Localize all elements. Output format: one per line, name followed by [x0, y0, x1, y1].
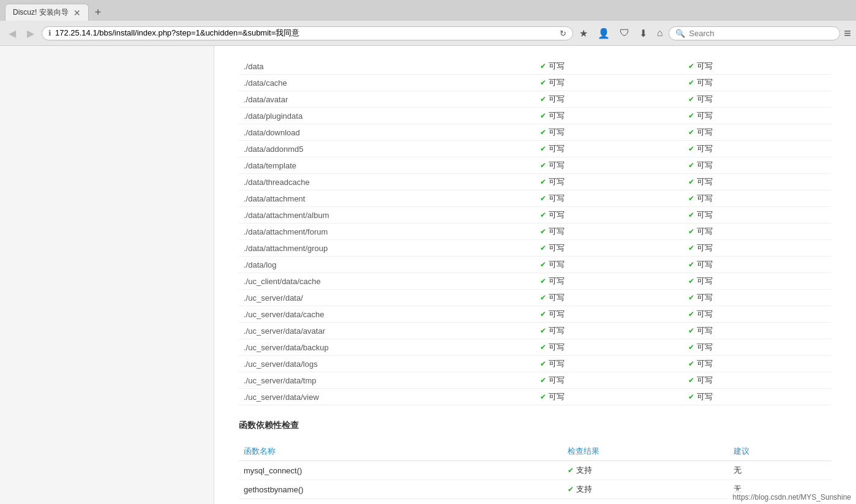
file-check-row: ./uc_server/data/ ✔可写 ✔可写 — [239, 290, 832, 306]
shield-icon[interactable]: 🛡 — [617, 25, 632, 41]
forward-button[interactable]: ▶ — [23, 25, 38, 42]
file-check-row: ./uc_server/data/view ✔可写 ✔可写 — [239, 389, 832, 405]
check-icon: ✔ — [688, 194, 694, 203]
check-icon: ✔ — [540, 227, 546, 236]
tab-close-button[interactable]: ✕ — [73, 9, 81, 17]
check-icon: ✔ — [540, 178, 546, 186]
file-check-row: ./data/attachment ✔可写 ✔可写 — [239, 190, 832, 207]
check-icon: ✔ — [688, 310, 694, 318]
file-path: ./data/threadcache — [239, 174, 535, 190]
file-path: ./data/attachment/album — [239, 207, 535, 224]
file-status1: ✔可写 — [535, 240, 683, 257]
account-icon[interactable]: 👤 — [595, 25, 612, 42]
check-icon: ✔ — [688, 359, 694, 368]
func-suggestion: 无 — [729, 461, 832, 480]
file-path: ./data/avatar — [239, 91, 535, 108]
file-status2: ✔可写 — [683, 174, 832, 190]
file-check-row: ./uc_server/data/cache ✔可写 ✔可写 — [239, 306, 832, 323]
file-check-row: ./data/plugindata ✔可写 ✔可写 — [239, 108, 832, 124]
file-path: ./data/template — [239, 157, 535, 174]
check-icon: ✔ — [688, 343, 694, 352]
file-path: ./data/attachment — [239, 190, 535, 207]
check-icon: ✔ — [688, 326, 694, 335]
file-status2: ✔可写 — [683, 108, 832, 124]
check-icon: ✔ — [688, 293, 694, 302]
back-button[interactable]: ◀ — [5, 25, 20, 42]
file-status2: ✔可写 — [683, 290, 832, 306]
check-icon: ✔ — [540, 260, 546, 269]
check-icon: ✔ — [688, 95, 694, 103]
func-result: ✔支持 — [563, 480, 729, 499]
file-status1: ✔可写 — [535, 207, 683, 224]
file-path: ./uc_server/data/ — [239, 290, 535, 306]
file-check-row: ./data/attachment/group ✔可写 ✔可写 — [239, 240, 832, 257]
page-footer: https://blog.csdn.net/MYS_Sunshine — [728, 491, 856, 504]
file-check-row: ./data/attachment/forum ✔可写 ✔可写 — [239, 224, 832, 240]
search-icon: 🔍 — [675, 29, 685, 38]
file-status1: ✔可写 — [535, 108, 683, 124]
check-icon: ✔ — [688, 145, 694, 153]
file-status2: ✔可写 — [683, 124, 832, 141]
file-status2: ✔可写 — [683, 190, 832, 207]
check-icon: ✔ — [568, 466, 574, 475]
check-icon: ✔ — [540, 277, 546, 285]
file-path: ./data — [239, 58, 535, 75]
check-icon: ✔ — [688, 376, 694, 385]
home-icon[interactable]: ⌂ — [655, 25, 666, 41]
section-title: 函数依赖性检查 — [239, 420, 832, 435]
check-icon: ✔ — [688, 111, 694, 120]
file-check-row: ./data/cache ✔可写 ✔可写 — [239, 75, 832, 91]
file-path: ./data/download — [239, 124, 535, 141]
download-icon[interactable]: ⬇ — [637, 25, 650, 42]
func-name: mysql_connect() — [239, 461, 563, 480]
check-icon: ✔ — [688, 244, 694, 252]
address-bar[interactable]: ℹ ↻ — [42, 26, 573, 40]
check-icon: ✔ — [540, 393, 546, 401]
file-status1: ✔可写 — [535, 157, 683, 174]
check-icon: ✔ — [540, 95, 546, 103]
check-icon: ✔ — [540, 78, 546, 87]
file-check-row: ./data/avatar ✔可写 ✔可写 — [239, 91, 832, 108]
check-icon: ✔ — [540, 128, 546, 137]
new-tab-button[interactable]: + — [91, 5, 105, 20]
file-status1: ✔可写 — [535, 273, 683, 290]
check-icon: ✔ — [688, 161, 694, 170]
check-icon: ✔ — [688, 227, 694, 236]
check-icon: ✔ — [540, 111, 546, 120]
search-input[interactable] — [689, 29, 833, 38]
file-path: ./uc_server/data/logs — [239, 356, 535, 372]
func-result: ✔支持 — [563, 461, 729, 480]
check-icon: ✔ — [540, 359, 546, 368]
file-status2: ✔可写 — [683, 356, 832, 372]
file-check-row: ./uc_server/data/avatar ✔可写 ✔可写 — [239, 323, 832, 339]
func-col-suggestion: 建议 — [729, 442, 832, 461]
url-input[interactable] — [55, 29, 556, 38]
file-check-row: ./data/log ✔可写 ✔可写 — [239, 257, 832, 273]
file-path: ./uc_server/data/avatar — [239, 323, 535, 339]
bookmark-icon[interactable]: ★ — [577, 25, 590, 42]
file-status2: ✔可写 — [683, 323, 832, 339]
file-status1: ✔可写 — [535, 306, 683, 323]
file-status2: ✔可写 — [683, 224, 832, 240]
file-path: ./data/plugindata — [239, 108, 535, 124]
tab-bar: Discuz! 安装向导 ✕ + — [0, 0, 856, 21]
file-path: ./data/log — [239, 257, 535, 273]
check-icon: ✔ — [688, 78, 694, 87]
tab-title: Discuz! 安装向导 — [13, 7, 69, 18]
file-status1: ✔可写 — [535, 389, 683, 405]
file-status2: ✔可写 — [683, 372, 832, 389]
menu-icon[interactable]: ≡ — [844, 26, 851, 40]
refresh-button[interactable]: ↻ — [560, 29, 566, 38]
search-bar[interactable]: 🔍 — [669, 26, 840, 40]
check-icon: ✔ — [540, 293, 546, 302]
check-icon: ✔ — [688, 211, 694, 219]
check-icon: ✔ — [540, 310, 546, 318]
file-check-row: ./data/download ✔可写 ✔可写 — [239, 124, 832, 141]
file-status1: ✔可写 — [535, 323, 683, 339]
file-path: ./uc_server/data/cache — [239, 306, 535, 323]
file-check-row: ./data/addonmd5 ✔可写 ✔可写 — [239, 141, 832, 157]
active-tab[interactable]: Discuz! 安装向导 ✕ — [5, 4, 89, 21]
file-status1: ✔可写 — [535, 257, 683, 273]
file-status2: ✔可写 — [683, 141, 832, 157]
check-icon: ✔ — [688, 128, 694, 137]
